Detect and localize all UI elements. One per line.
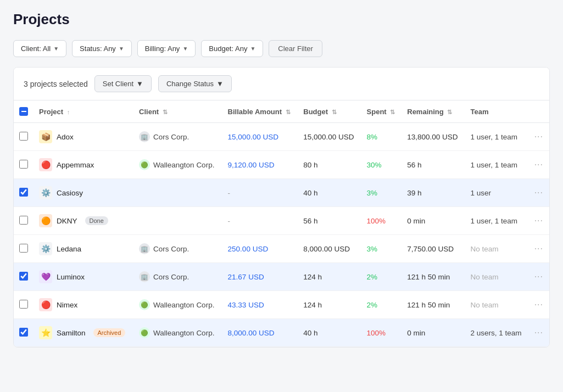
spent-cell: 100% [361,207,402,235]
billing-filter-label: Billing: Any [145,44,180,53]
project-name-cell: ⚙️Casiosy [39,186,128,199]
project-name-cell: 💜Luminox [39,270,128,283]
bulk-count-label: 3 projects selected [24,80,88,88]
col-team: Team [465,100,529,123]
project-icon: 💜 [39,270,52,283]
main-card: 3 projects selected Set Client ▼ Change … [13,67,550,348]
row-checkbox[interactable] [19,272,28,281]
budget-cell: 40 h [298,319,361,347]
project-name: Ledana [57,245,81,253]
master-checkbox[interactable] [19,107,28,116]
project-icon: 🔴 [39,298,52,311]
budget-filter[interactable]: Budget: Any ▼ [201,40,263,57]
col-spent: Spent ⇅ [361,100,402,123]
team-cell: 1 user, 1 team [465,207,529,235]
col-budget: Budget ⇅ [298,100,361,123]
sort-icon: ⇅ [286,109,291,116]
remaining-cell: 13,800.00 USD [402,123,465,151]
project-icon: ⚙️ [39,186,52,199]
billable-amount-cell: 250.00 USD [222,235,298,263]
row-checkbox[interactable] [19,188,28,197]
client-icon: 🏢 [139,131,150,142]
project-name-cell: ⚙️Ledana [39,242,128,255]
client-cell: 🏢Cors Corp. [139,131,217,142]
client-name: Cors Corp. [153,273,189,281]
project-name: Adox [57,133,74,141]
table-row: 🔴Appemmax🟢Walleangton Corp.9,120.00 USD8… [14,151,549,179]
billable-amount-cell: 43.33 USD [222,291,298,319]
client-name: Walleangton Corp. [153,161,214,169]
client-cell: 🟢Walleangton Corp. [139,299,217,310]
remaining-cell: 0 min [402,319,465,347]
chevron-down-icon: ▼ [136,80,143,88]
more-options-button[interactable]: ··· [534,272,543,281]
spent-cell: 3% [361,235,402,263]
more-options-button[interactable]: ··· [534,132,543,141]
chevron-down-icon: ▼ [216,80,224,88]
billing-filter[interactable]: Billing: Any ▼ [137,40,196,57]
budget-filter-label: Budget: Any [209,44,247,53]
row-checkbox[interactable] [19,328,28,337]
clear-filter-button[interactable]: Clear Filter [269,40,322,57]
project-name-cell: 🔴Appemmax [39,158,128,171]
col-client: Client ⇅ [133,100,222,123]
project-name-cell: 🟠DKNYDone [39,214,128,227]
spent-cell: 2% [361,263,402,291]
more-options-button[interactable]: ··· [534,160,543,169]
remaining-cell: 39 h [402,179,465,207]
status-filter-label: Status: Any [80,44,116,53]
table-row: ⭐SamiltonArchived🟢Walleangton Corp.8,000… [14,319,549,347]
project-icon: ⚙️ [39,242,52,255]
col-actions [529,100,549,123]
projects-table: Project ↑ Client ⇅ Billable Amount ⇅ Bud… [14,100,549,347]
more-options-button[interactable]: ··· [534,188,543,197]
spent-cell: 100% [361,319,402,347]
team-cell: 1 user, 1 team [465,123,529,151]
row-checkbox[interactable] [19,300,28,309]
table-row: 🔴Nimex🟢Walleangton Corp.43.33 USD124 h2%… [14,291,549,319]
client-name: Walleangton Corp. [153,301,214,309]
set-client-button[interactable]: Set Client ▼ [94,75,152,92]
client-filter[interactable]: Client: All ▼ [13,40,66,57]
client-icon: 🟢 [139,327,150,338]
col-project: Project ↑ [34,100,133,123]
budget-cell: 8,000.00 USD [298,235,361,263]
chevron-down-icon: ▼ [182,46,188,52]
team-cell: 1 user [465,179,529,207]
sort-icon: ⇅ [447,109,452,116]
project-name: Luminox [57,273,85,281]
table-row: 💜Luminox🏢Cors Corp.21.67 USD124 h2%121 h… [14,263,549,291]
spent-cell: 30% [361,151,402,179]
budget-cell: 124 h [298,291,361,319]
sort-icon: ⇅ [163,109,168,116]
change-status-button[interactable]: Change Status ▼ [158,75,232,92]
row-checkbox[interactable] [19,132,28,141]
row-checkbox[interactable] [19,160,28,169]
chevron-down-icon: ▼ [53,46,59,52]
row-checkbox[interactable] [19,216,28,225]
bulk-actions-bar: 3 projects selected Set Client ▼ Change … [14,68,549,100]
project-name: Samilton [57,329,86,337]
project-name-cell: 📦Adox [39,130,128,143]
remaining-cell: 0 min [402,207,465,235]
more-options-button[interactable]: ··· [534,244,543,253]
status-filter[interactable]: Status: Any ▼ [72,40,132,57]
client-icon: 🟢 [139,299,150,310]
spent-cell: 8% [361,123,402,151]
table-row: ⚙️Casiosy-40 h3%39 h1 user··· [14,179,549,207]
team-cell: No team [465,263,529,291]
more-options-button[interactable]: ··· [534,216,543,225]
set-client-label: Set Client [103,80,133,88]
col-billable-amount: Billable Amount ⇅ [222,100,298,123]
team-cell: No team [465,235,529,263]
project-icon: 🟠 [39,214,52,227]
client-icon: 🏢 [139,243,150,254]
more-options-button[interactable]: ··· [534,328,543,337]
remaining-cell: 121 h 50 min [402,263,465,291]
row-checkbox[interactable] [19,244,28,253]
billable-amount-cell: - [222,207,298,235]
client-cell: 🏢Cors Corp. [139,271,217,282]
more-options-button[interactable]: ··· [534,300,543,309]
filter-bar: Client: All ▼ Status: Any ▼ Billing: Any… [13,40,550,57]
budget-cell: 15,000.00 USD [298,123,361,151]
